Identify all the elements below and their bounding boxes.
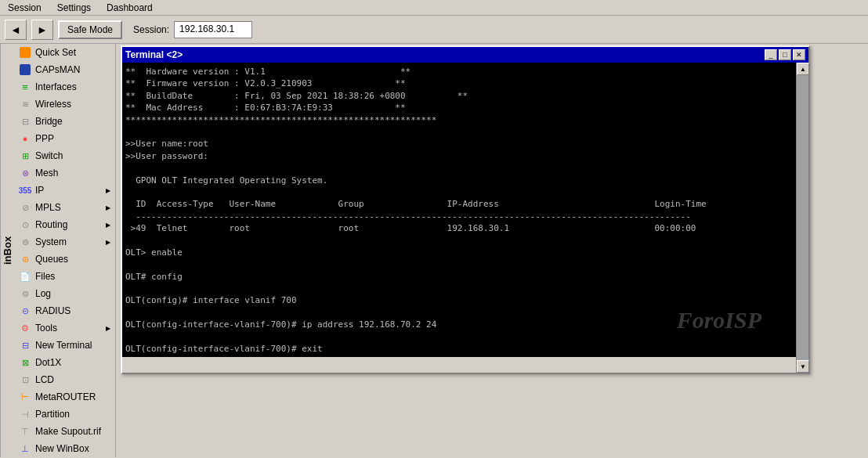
sidebar-item-lcd[interactable]: ⊡ LCD [14,371,115,388]
sidebar-label-lcd: LCD [35,374,54,385]
terminal-window: Terminal <2> _ □ ✕ ** Hardware version :… [121,45,810,374]
sidebar-item-capsman[interactable]: CAPsMAN [14,61,115,78]
minimize-icon: _ [769,51,772,59]
queues-icon: ⊛ [19,253,31,265]
scroll-up-button[interactable]: ▲ [797,63,809,75]
sidebar-item-radius[interactable]: ⊝ RADIUS [14,302,115,319]
session-label: Session: [133,24,169,35]
terminal-scrollbar: ▲ ▼ [796,63,808,373]
sidebar-item-ppp[interactable]: ● PPP [14,130,115,147]
terminal-close-button[interactable]: ✕ [793,49,805,60]
back-icon: ◄ [10,23,21,36]
switch-icon: ⊞ [19,150,31,162]
sidebar-item-interfaces[interactable]: ≡ Interfaces [14,78,115,96]
sidebar-label-new-winbox: New WinBox [35,443,89,454]
session-value: 192.168.30.1 [174,21,252,38]
sidebar-item-tools[interactable]: ⚙ Tools [14,319,115,337]
sidebar-label-ip: IP [35,185,44,196]
sidebar-item-quick-set[interactable]: Quick Set [14,44,115,61]
files-icon: 📄 [19,270,31,283]
terminal-minimize-button[interactable]: _ [765,49,777,60]
sidebar-label-mesh: Mesh [35,168,58,179]
sidebar-label-system: System [35,236,67,247]
log-icon: ⊜ [19,287,31,300]
sidebar-label-dot1x: Dot1X [35,357,61,368]
interfaces-icon: ≡ [19,81,31,93]
terminal-content: ** Hardware version : V1.1 ** ** Firmwar… [125,66,805,357]
sidebar-label-queues: Queues [35,254,68,265]
sidebar-label-radius: RADIUS [35,305,71,316]
dot1x-icon: ⊠ [19,356,31,369]
sidebar-item-queues[interactable]: ⊛ Queues [14,251,115,268]
lcd-icon: ⊡ [19,373,31,386]
safe-mode-button[interactable]: Safe Mode [58,20,122,39]
sidebar: Quick Set CAPsMAN ≡ Interfaces ≋ Wireles… [14,44,116,457]
sidebar-label-files: Files [35,271,55,282]
sidebar-item-bridge[interactable]: ⊟ Bridge [14,113,115,130]
sidebar-item-mesh[interactable]: ⊗ Mesh [14,164,115,182]
sidebar-item-system[interactable]: ⊚ System [14,233,115,251]
menu-settings[interactable]: Settings [52,1,96,15]
sidebar-item-metarouter[interactable]: ⊢ MetaROUTER [14,388,115,406]
close-icon: ✕ [796,51,802,59]
menu-dashboard[interactable]: Dashboard [102,1,157,15]
forward-icon: ► [37,23,48,36]
sidebar-label-switch: Switch [35,150,63,161]
sidebar-label-tools: Tools [35,323,57,334]
sidebar-item-dot1x[interactable]: ⊠ Dot1X [14,354,115,371]
sidebar-label-make-supout: Make Supout.rif [35,426,101,437]
mesh-icon: ⊗ [19,167,31,179]
forward-button[interactable]: ► [31,20,53,40]
sidebar-label-routing: Routing [35,219,67,230]
restore-icon: □ [783,51,787,59]
metarouter-icon: ⊢ [19,391,31,403]
sidebar-label-metarouter: MetaROUTER [35,391,96,402]
sidebar-item-switch[interactable]: ⊞ Switch [14,147,115,164]
scroll-down-button[interactable]: ▼ [797,360,809,373]
sidebar-label-new-terminal: New Terminal [35,340,92,351]
menubar: Session Settings Dashboard [0,0,868,16]
capsman-icon [19,63,31,76]
sidebar-label-partition: Partition [35,409,70,420]
sidebar-label-mpls: MPLS [35,202,61,213]
sidebar-label-log: Log [35,288,51,299]
sidebar-item-ip[interactable]: 355 IP [14,182,115,199]
sidebar-item-new-terminal[interactable]: ⊟ New Terminal [14,337,115,354]
sidebar-item-routing[interactable]: ⊙ Routing [14,216,115,233]
wireless-icon: ≋ [19,98,31,110]
sidebar-item-new-winbox[interactable]: ⊥ New WinBox [14,440,115,457]
sidebar-item-mpls[interactable]: ⊘ MPLS [14,199,115,216]
new-winbox-icon: ⊥ [19,442,31,455]
sidebar-label-interfaces: Interfaces [35,81,77,92]
terminal-controls: _ □ ✕ [765,49,805,60]
terminal-title: Terminal <2> [125,49,183,60]
sidebar-label-quick-set: Quick Set [35,47,76,58]
menu-session[interactable]: Session [3,1,46,15]
sidebar-item-partition[interactable]: ⊣ Partition [14,406,115,423]
ppp-icon: ● [19,132,31,145]
routing-icon: ⊙ [19,218,31,231]
main-layout: inBox Quick Set CAPsMAN ≡ Interfaces ≋ W… [0,44,868,457]
content-area: Terminal <2> _ □ ✕ ** Hardware version :… [116,44,868,457]
terminal-restore-button[interactable]: □ [779,49,791,60]
winbox-label: inBox [0,44,14,457]
bridge-icon: ⊟ [19,115,31,128]
system-icon: ⊚ [19,236,31,248]
toolbar: ◄ ► Safe Mode Session: 192.168.30.1 [0,16,868,44]
sidebar-item-make-supout[interactable]: ⊤ Make Supout.rif [14,423,115,440]
back-button[interactable]: ◄ [5,20,27,40]
sidebar-item-files[interactable]: 📄 Files [14,268,115,285]
sidebar-label-capsman: CAPsMAN [35,64,80,75]
radius-icon: ⊝ [19,305,31,317]
scroll-track[interactable] [797,75,808,360]
sidebar-label-wireless: Wireless [35,99,71,110]
terminal-body[interactable]: ** Hardware version : V1.1 ** ** Firmwar… [122,63,808,357]
sidebar-label-ppp: PPP [35,133,54,144]
mpls-icon: ⊘ [19,201,31,214]
quick-set-icon [19,46,31,59]
ip-icon: 355 [19,184,31,197]
sidebar-item-log[interactable]: ⊜ Log [14,285,115,302]
sidebar-item-wireless[interactable]: ≋ Wireless [14,96,115,113]
terminal-titlebar: Terminal <2> _ □ ✕ [122,47,808,63]
partition-icon: ⊣ [19,408,31,420]
